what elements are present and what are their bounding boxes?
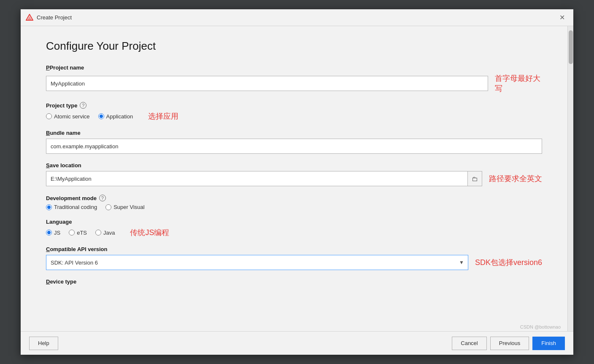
language-js-label: JS: [54, 230, 60, 236]
device-type-label: Device type: [46, 278, 542, 285]
footer: Help Cancel Previous Finish: [21, 331, 573, 355]
compatible-api-annotation: SDK包选择version6: [475, 257, 542, 268]
compatible-api-version-select[interactable]: SDK: API Version 6 SDK: API Version 5 SD…: [46, 255, 468, 270]
bundle-name-group: Bundle name: [46, 130, 542, 154]
development-mode-help-icon[interactable]: ?: [99, 195, 106, 201]
language-js-option[interactable]: JS: [46, 230, 60, 236]
language-ets-label: eTS: [77, 230, 87, 236]
previous-button[interactable]: Previous: [490, 337, 529, 350]
project-type-label: Project type ?: [46, 102, 542, 109]
bundle-name-input[interactable]: [46, 139, 542, 154]
page-title: Configure Your Project: [46, 40, 542, 53]
development-mode-group: Development mode ? Traditional coding Su…: [46, 195, 542, 210]
compatible-api-version-group: Compatible API version SDK: API Version …: [46, 246, 542, 270]
project-name-input[interactable]: [46, 76, 488, 91]
project-type-group: Project type ? Atomic service Applicatio…: [46, 102, 542, 121]
language-js-radio[interactable]: [46, 230, 52, 236]
project-name-label: PProject name: [46, 64, 542, 71]
language-java-option[interactable]: Java: [95, 230, 115, 236]
project-type-help-icon[interactable]: ?: [80, 102, 86, 109]
language-java-label: Java: [103, 230, 115, 236]
super-visual-option[interactable]: Super Visual: [105, 204, 144, 210]
footer-right: Cancel Previous Finish: [452, 337, 565, 350]
title-bar: Create Project ✕: [21, 9, 573, 26]
project-type-application-label: Application: [106, 113, 133, 120]
language-ets-option[interactable]: eTS: [69, 230, 87, 236]
project-type-annotation: 选择应用: [148, 111, 178, 121]
folder-icon: 🗀: [472, 175, 478, 182]
compatible-api-version-label: Compatible API version: [46, 246, 542, 252]
content-area: Configure Your Project PProject name 首字母…: [21, 26, 573, 331]
help-button[interactable]: Help: [29, 337, 58, 350]
app-logo-icon: [26, 14, 33, 21]
language-radio-group: JS eTS Java 传统JS编程: [46, 228, 542, 238]
project-type-atomic-option[interactable]: Atomic service: [46, 113, 90, 120]
close-button[interactable]: ✕: [556, 12, 568, 23]
save-location-label: Save location: [46, 162, 542, 169]
project-type-atomic-label: Atomic service: [54, 113, 90, 120]
project-type-application-radio[interactable]: [98, 113, 104, 119]
traditional-coding-option[interactable]: Traditional coding: [46, 204, 97, 210]
device-type-group: Device type: [46, 278, 542, 285]
finish-button[interactable]: Finish: [532, 337, 565, 350]
save-location-input[interactable]: [46, 171, 482, 186]
language-group: Language JS eTS Java 传统JS编程: [46, 219, 542, 238]
create-project-dialog: Create Project ✕ Configure Your Project …: [21, 9, 573, 355]
project-type-application-option[interactable]: Application: [98, 113, 133, 120]
footer-left: Help: [29, 337, 58, 350]
watermark: CSDN @bottownao: [520, 324, 561, 329]
development-mode-label: Development mode ?: [46, 195, 542, 201]
traditional-coding-label: Traditional coding: [54, 204, 97, 210]
project-type-radio-group: Atomic service Application 选择应用: [46, 111, 542, 121]
project-name-annotation: 首字母最好大写: [495, 73, 542, 94]
language-ets-radio[interactable]: [69, 230, 75, 236]
traditional-coding-radio[interactable]: [46, 204, 52, 210]
form-area: Configure Your Project PProject name 首字母…: [21, 26, 567, 331]
bundle-name-label: Bundle name: [46, 130, 542, 136]
cancel-button[interactable]: Cancel: [452, 337, 486, 350]
development-mode-radio-group: Traditional coding Super Visual: [46, 204, 542, 210]
language-java-radio[interactable]: [95, 230, 101, 236]
scrollbar[interactable]: [567, 26, 573, 331]
super-visual-radio[interactable]: [105, 204, 111, 210]
super-visual-label: Super Visual: [113, 204, 144, 210]
browse-folder-button[interactable]: 🗀: [467, 171, 482, 186]
language-annotation: 传统JS编程: [130, 228, 169, 238]
project-type-atomic-radio[interactable]: [46, 113, 52, 119]
save-location-group: Save location 🗀 路径要求全英文: [46, 162, 542, 186]
language-label: Language: [46, 219, 542, 225]
save-location-annotation: 路径要求全英文: [489, 174, 542, 184]
scrollbar-thumb[interactable]: [569, 30, 573, 64]
dialog-title: Create Project: [37, 14, 556, 21]
project-name-group: PProject name 首字母最好大写: [46, 64, 542, 94]
